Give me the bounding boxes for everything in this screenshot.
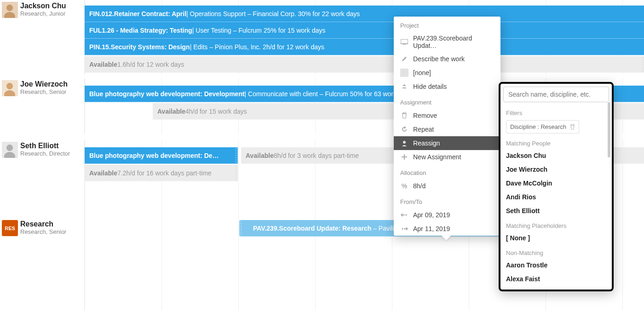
menu-new-assignment[interactable]: New Assignment [394, 150, 500, 164]
menu-describe-work[interactable]: Describe the work [394, 52, 500, 66]
trash-icon [400, 111, 408, 120]
placeholder-option[interactable]: [ None ] [500, 231, 612, 245]
person-name: Seth Elliott [20, 142, 70, 150]
resize-handle[interactable] [235, 165, 238, 181]
person-header[interactable]: Joe Wierzoch Research, Senior [0, 78, 84, 133]
person-icon [2, 142, 18, 158]
menu-remove[interactable]: Remove [394, 109, 500, 122]
date-to-icon [400, 225, 408, 233]
person-icon [400, 139, 408, 147]
available-bar[interactable]: Available 7.2h/d for 16 work days part-t… [85, 165, 238, 181]
avatar [2, 80, 18, 96]
svg-point-7 [6, 145, 13, 151]
assignment-bar[interactable]: Blue photography web development: De… [85, 147, 238, 164]
svg-point-11 [403, 141, 406, 144]
menu-project-name[interactable]: PAV.239.Scoreboard Updat… [394, 32, 500, 52]
screen-icon [400, 38, 408, 46]
assignment-bar[interactable]: FIN.012.Retainer Contract: April | Opera… [85, 6, 644, 22]
matching-placeholders-header: Matching Placeholders [500, 218, 612, 231]
person-subtitle: Research, Senior [20, 88, 68, 95]
date-from-icon [400, 211, 408, 219]
plus-icon [400, 153, 408, 161]
person-subtitle: Research, Junior [20, 10, 66, 17]
reassign-popup: Filters Discipline : Research Matching P… [499, 82, 614, 291]
percent-icon: % [400, 182, 408, 190]
menu-repeat[interactable]: Repeat [394, 122, 500, 136]
section-header-project: Project [394, 17, 500, 32]
person-option[interactable]: Joe Wierzoch [500, 162, 612, 176]
avatar [2, 142, 18, 158]
person-option[interactable]: Aaron Trostle [500, 258, 612, 272]
search-input[interactable] [503, 87, 609, 102]
section-header-assignment: Assignment [394, 93, 500, 109]
person-subtitle: Research, Senior [20, 228, 66, 235]
svg-point-4 [6, 83, 13, 89]
section-header-fromto: From/To [394, 193, 500, 208]
color-swatch [400, 69, 408, 77]
svg-rect-9 [401, 39, 408, 44]
menu-reassign[interactable]: Reassign [394, 136, 500, 150]
person-header[interactable]: Seth Elliott Research, Director [0, 140, 84, 218]
avatar [2, 2, 18, 18]
popup-pointer [442, 236, 451, 240]
person-icon [2, 80, 18, 96]
person-header[interactable]: RES Research Research, Senior [0, 218, 84, 310]
person-option[interactable]: Alexa Faist [500, 272, 612, 286]
svg-point-1 [6, 5, 13, 11]
person-option[interactable]: Andi Rios [500, 190, 612, 204]
scrollbar[interactable] [608, 102, 610, 157]
menu-color-none[interactable]: [none] [394, 66, 500, 80]
section-header-allocation: Allocation [394, 164, 500, 179]
person-option[interactable]: Jackson Chu [500, 149, 612, 162]
person-name: Joe Wierzoch [20, 80, 68, 88]
person-subtitle: Research, Director [20, 150, 70, 157]
filter-chip[interactable]: Discipline : Research [506, 120, 579, 133]
person-header[interactable]: Jackson Chu Research, Junior [0, 0, 84, 75]
avatar-placeholder: RES [2, 220, 18, 236]
person-name: Research [20, 220, 66, 228]
menu-hide-details[interactable]: Hide details [394, 80, 500, 93]
context-menu: Project PAV.239.Scoreboard Updat… Descri… [394, 17, 500, 236]
menu-date-to[interactable]: Apr 11, 2019 [394, 222, 500, 236]
available-bar[interactable]: Available 1.6h/d for 12 work days [85, 56, 644, 73]
pencil-icon [400, 55, 408, 63]
assignment-bar[interactable]: FUL1.26 - Media Strategy: Testing | User… [85, 22, 644, 39]
collapse-icon [400, 82, 408, 91]
menu-allocation-value[interactable]: % 8h/d [394, 179, 500, 193]
remove-filter-icon[interactable] [570, 124, 575, 130]
repeat-icon [400, 125, 408, 133]
person-option[interactable]: Dave McColgin [500, 176, 612, 190]
resize-handle[interactable] [642, 56, 644, 72]
menu-date-from[interactable]: Apr 09, 2019 [394, 208, 500, 222]
person-name: Jackson Chu [20, 2, 66, 10]
filters-header: Filters [500, 105, 612, 118]
nonmatching-header: Non-Matching [500, 245, 612, 258]
person-icon [2, 2, 18, 18]
person-option[interactable]: Seth Elliott [500, 204, 612, 218]
resize-handle[interactable] [235, 147, 238, 163]
resize-handle[interactable] [239, 220, 242, 236]
assignment-bar[interactable]: PIN.15.Security Systems: Design | Edits … [85, 39, 644, 55]
matching-people-header: Matching People [500, 135, 612, 149]
